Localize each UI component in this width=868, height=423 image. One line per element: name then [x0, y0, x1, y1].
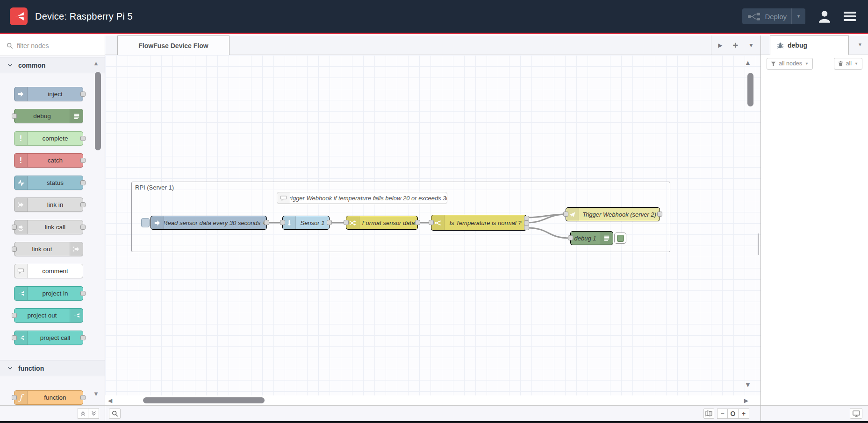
input-port[interactable] [344, 220, 349, 225]
canvas-vertical-scrollbar-thumb[interactable] [747, 73, 753, 106]
flow-node-trigger-webhook[interactable]: Trigger Webhook (server 2) [566, 207, 660, 221]
palette-node-link-call[interactable]: link call [14, 220, 83, 234]
palette-node-comment[interactable]: comment [14, 264, 83, 278]
input-port[interactable] [12, 113, 17, 119]
canvas-scroll-right-arrow[interactable]: ▶ [744, 397, 748, 404]
output-port[interactable] [327, 220, 332, 225]
output-port[interactable] [80, 136, 86, 141]
flow-node-sensor-1[interactable]: Sensor 1 [282, 216, 330, 230]
palette-node-debug[interactable]: debug [14, 109, 83, 123]
debug-enable-toggle[interactable] [614, 233, 626, 244]
output-port[interactable] [415, 220, 420, 225]
sidebar-tab-row: debug ▼ [761, 35, 868, 55]
flow-node-debug-1[interactable]: debug 1 [570, 231, 613, 245]
palette-node-status[interactable]: status [14, 176, 83, 190]
comment-node[interactable]: Trigger Webhook if temperature falls bel… [277, 192, 447, 204]
palette-scroll-up-arrow[interactable]: ▲ [93, 60, 99, 67]
canvas-scroll-up-arrow[interactable]: ▲ [745, 59, 751, 66]
output-port-3[interactable] [524, 225, 529, 230]
deploy-icon [748, 13, 760, 21]
zoom-out-button[interactable]: − [717, 409, 728, 419]
collapse-all-categories-button[interactable] [78, 408, 88, 419]
deploy-button[interactable]: Deploy ▼ [742, 8, 805, 24]
output-port[interactable] [80, 180, 86, 185]
palette-node-link-out[interactable]: link out [14, 242, 83, 256]
flow-node-is-temperature-normal[interactable]: Is Temperature is normal ? [431, 215, 527, 231]
debug-message-list[interactable] [761, 72, 868, 405]
flow-tab-bar: FlowFuse Device Flow ▶ + ▼ [105, 35, 760, 55]
inject-trigger-button[interactable] [141, 218, 150, 227]
sidebar-tabs-caret[interactable]: ▼ [858, 42, 862, 47]
hamburger-menu-icon [844, 12, 856, 21]
input-port[interactable] [563, 212, 568, 217]
output-port[interactable] [80, 158, 86, 163]
expand-all-categories-button[interactable] [88, 408, 99, 419]
link-icon [70, 242, 83, 256]
open-in-window-button[interactable] [850, 408, 862, 419]
palette-node-project-out[interactable]: project out [14, 308, 83, 323]
palette-scrollbar-thumb[interactable] [95, 72, 101, 150]
user-button[interactable] [818, 9, 832, 23]
palette-node-inject[interactable]: inject [14, 87, 83, 101]
debug-clear-button[interactable]: all ▼ [834, 58, 862, 70]
output-port[interactable] [80, 225, 86, 230]
palette-node-project-in[interactable]: project in [14, 286, 83, 301]
canvas-scroll-down-arrow[interactable]: ▼ [745, 381, 751, 388]
palette-scroll-down-arrow[interactable]: ▼ [93, 390, 99, 397]
chevron-down-icon: ▼ [854, 62, 858, 66]
output-port[interactable] [264, 220, 269, 225]
node-palette: common inject debug ! complete ! catch [0, 35, 105, 421]
search-icon [112, 410, 118, 417]
debug-toolbar: all nodes ▼ all ▼ [761, 55, 868, 72]
flow-node-format-sensor-data[interactable]: Format sensor data [346, 216, 418, 230]
search-flows-button[interactable] [109, 409, 121, 419]
debug-lines-icon [70, 109, 83, 123]
palette-node-project-call[interactable]: project call [14, 331, 83, 345]
chevron-down-icon [7, 367, 13, 370]
output-port[interactable] [80, 202, 86, 207]
main-menu-button[interactable] [844, 12, 856, 21]
tab-flowfuse-device-flow[interactable]: FlowFuse Device Flow [117, 35, 230, 55]
input-port[interactable] [429, 220, 434, 225]
palette-category-function[interactable]: function [0, 360, 105, 376]
zoom-in-button[interactable]: + [739, 409, 749, 419]
output-port[interactable] [657, 212, 662, 217]
output-port[interactable] [80, 395, 86, 400]
palette-node-catch[interactable]: ! catch [14, 153, 83, 168]
sidebar-resize-handle[interactable] [758, 233, 759, 255]
zoom-reset-button[interactable]: O [728, 409, 739, 419]
flow-list-caret[interactable]: ▼ [748, 42, 754, 49]
palette-node-complete[interactable]: ! complete [14, 131, 83, 146]
palette-node-function[interactable]: ƒ function [14, 390, 83, 405]
tab-scroll-right-icon[interactable]: ▶ [718, 42, 722, 49]
palette-search[interactable] [0, 35, 105, 56]
input-port[interactable] [12, 225, 17, 230]
canvas-scroll-left-arrow[interactable]: ◀ [108, 397, 112, 404]
flow-node-inject[interactable]: Read sensor data every 30 seconds ↻ [151, 216, 267, 230]
palette-filter-input[interactable] [17, 42, 92, 49]
output-port[interactable] [80, 291, 86, 296]
output-port[interactable] [80, 335, 86, 340]
link-icon [14, 198, 28, 212]
status-pulse-icon [14, 176, 28, 190]
input-port[interactable] [12, 313, 17, 318]
add-flow-button[interactable]: + [732, 41, 738, 50]
deploy-options-caret[interactable]: ▼ [791, 8, 805, 24]
minimap-button[interactable] [703, 409, 714, 419]
map-icon [705, 410, 712, 416]
input-port[interactable] [280, 220, 285, 225]
debug-filter-button[interactable]: all nodes ▼ [767, 58, 813, 70]
tab-debug[interactable]: debug [770, 35, 849, 55]
palette-category-common[interactable]: common [0, 57, 105, 73]
input-port[interactable] [12, 335, 17, 340]
input-port[interactable] [12, 247, 17, 252]
debug-lines-icon [600, 232, 613, 245]
flow-canvas[interactable]: RPI (Server 1) Trigger Webhook if temper… [105, 55, 760, 395]
output-port[interactable] [80, 92, 86, 97]
canvas-horizontal-scrollbar-thumb[interactable] [143, 397, 265, 403]
input-port[interactable] [12, 395, 17, 400]
input-port[interactable] [568, 235, 573, 240]
exclamation-icon: ! [14, 132, 28, 145]
node-red-editor: Device: Raspberry Pi 5 Deploy ▼ [0, 0, 868, 423]
palette-node-link-in[interactable]: link in [14, 197, 83, 212]
